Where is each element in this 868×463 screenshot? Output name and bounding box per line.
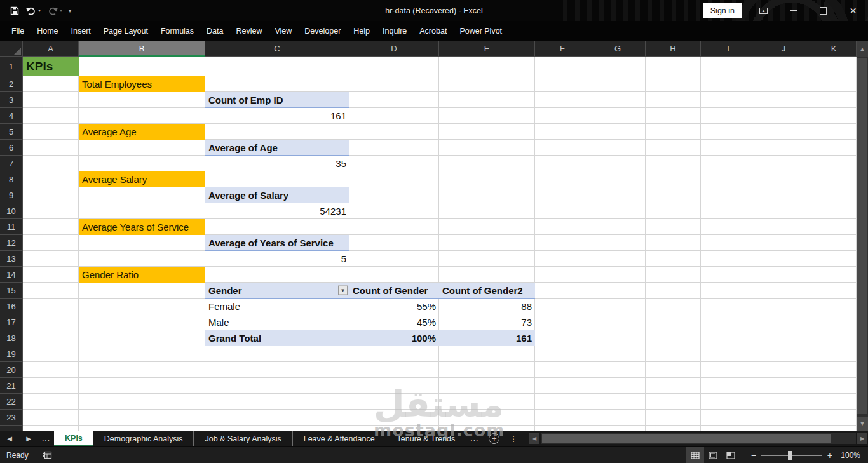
row-header-8[interactable]: 8 — [0, 171, 23, 187]
cell-E16[interactable]: 88 — [439, 299, 535, 314]
scroll-up-arrow-icon[interactable]: ▲ — [857, 41, 868, 57]
row-header-5[interactable]: 5 — [0, 124, 23, 140]
redo-dropdown-caret[interactable]: ▾ — [60, 8, 62, 13]
sheet-tab-leave-attendance[interactable]: Leave & Attendance — [293, 431, 386, 446]
ribbon-tab-power-pivot[interactable]: Power Pivot — [453, 21, 508, 41]
horizontal-scroll-thumb[interactable] — [542, 434, 831, 443]
column-header-C[interactable]: C — [205, 41, 349, 57]
cell-B14[interactable]: Gender Ratio — [79, 267, 205, 283]
cell-C4[interactable]: 161 — [205, 108, 349, 124]
row-header-16[interactable]: 16 — [0, 299, 23, 314]
row-header-2[interactable]: 2 — [0, 76, 23, 92]
sign-in-button[interactable]: Sign in — [703, 3, 742, 18]
column-header-I[interactable]: I — [701, 41, 756, 57]
undo-dropdown-caret[interactable]: ▾ — [38, 8, 41, 13]
column-header-G[interactable]: G — [590, 41, 646, 57]
ribbon-tab-view[interactable]: View — [268, 21, 298, 41]
cell-C18[interactable]: Grand Total — [205, 330, 349, 346]
row-header-19[interactable]: 19 — [0, 346, 23, 362]
row-header-10[interactable]: 10 — [0, 203, 23, 219]
zoom-slider-thumb[interactable] — [788, 451, 792, 460]
cell-B2[interactable]: Total Employees — [79, 76, 205, 92]
sheet-options-kebab-icon[interactable]: ⋮ — [505, 431, 522, 446]
cell-B8[interactable]: Average Salary — [79, 171, 205, 187]
horizontal-scrollbar[interactable]: ◀ ▶ — [529, 433, 867, 445]
row-header-14[interactable]: 14 — [0, 267, 23, 283]
ribbon-tab-review[interactable]: Review — [229, 21, 268, 41]
sheet-overflow-right[interactable]: ... — [466, 431, 482, 446]
column-header-B[interactable]: B — [79, 41, 205, 57]
row-header-18[interactable]: 18 — [0, 330, 23, 346]
restore-button[interactable] — [808, 0, 838, 21]
sheet-overflow-left[interactable]: ... — [38, 431, 54, 446]
row-header-4[interactable]: 4 — [0, 108, 23, 124]
save-button[interactable] — [10, 6, 19, 15]
cell-C10[interactable]: 54231 — [205, 203, 349, 219]
cell-D16[interactable]: 55% — [349, 299, 439, 314]
page-break-preview-button[interactable] — [722, 447, 740, 463]
scroll-left-arrow-icon[interactable]: ◀ — [529, 433, 539, 444]
cells-area[interactable]: KPIsTotal EmployeesCount of Emp ID161Ave… — [23, 57, 857, 431]
row-header-11[interactable]: 11 — [0, 219, 23, 235]
customize-qat-button[interactable]: ▾ — [69, 8, 71, 14]
minimize-button[interactable] — [778, 0, 808, 21]
cell-E18[interactable]: 161 — [439, 330, 535, 346]
row-header-15[interactable]: 15 — [0, 283, 23, 299]
row-header-12[interactable]: 12 — [0, 235, 23, 251]
column-header-K[interactable]: K — [811, 41, 857, 57]
horizontal-scroll-track[interactable] — [541, 433, 856, 444]
page-layout-view-button[interactable] — [704, 447, 722, 463]
cell-E17[interactable]: 73 — [439, 314, 535, 330]
cell-A1[interactable]: KPIs — [23, 57, 79, 76]
zoom-in-button[interactable]: + — [827, 450, 832, 460]
ribbon-tab-developer[interactable]: Developer — [298, 21, 347, 41]
ribbon-tab-acrobat[interactable]: Acrobat — [413, 21, 453, 41]
cell-C3[interactable]: Count of Emp ID — [205, 92, 349, 108]
cell-C12[interactable]: Average of Years of Service — [205, 235, 349, 251]
redo-button[interactable]: ▾ — [47, 6, 62, 15]
row-header-7[interactable]: 7 — [0, 156, 23, 171]
scroll-down-arrow-icon[interactable]: ▼ — [857, 417, 868, 431]
vertical-scroll-thumb[interactable] — [857, 58, 867, 414]
vertical-scrollbar[interactable]: ▲ ▼ — [857, 41, 868, 431]
zoom-slider-track[interactable] — [761, 455, 822, 456]
row-header-3[interactable]: 3 — [0, 92, 23, 108]
cell-C16[interactable]: Female — [205, 299, 349, 314]
close-button[interactable]: ✕ — [838, 0, 868, 21]
column-header-A[interactable]: A — [23, 41, 79, 57]
row-header-6[interactable]: 6 — [0, 140, 23, 156]
macro-record-icon[interactable] — [43, 451, 52, 459]
cell-D18[interactable]: 100% — [349, 330, 439, 346]
cell-E15[interactable]: Count of Gender2 — [439, 283, 535, 299]
cell-B5[interactable]: Average Age — [79, 124, 205, 140]
ribbon-tab-formulas[interactable]: Formulas — [154, 21, 200, 41]
ribbon-tab-insert[interactable]: Insert — [65, 21, 97, 41]
column-header-D[interactable]: D — [349, 41, 439, 57]
cell-C7[interactable]: 35 — [205, 156, 349, 171]
row-header-1[interactable]: 1 — [0, 57, 23, 76]
zoom-out-button[interactable]: − — [751, 450, 756, 460]
column-header-F[interactable]: F — [535, 41, 590, 57]
cell-C9[interactable]: Average of Salary — [205, 187, 349, 203]
ribbon-tab-page-layout[interactable]: Page Layout — [97, 21, 154, 41]
select-all-corner[interactable] — [0, 41, 23, 57]
ribbon-tab-home[interactable]: Home — [31, 21, 64, 41]
row-header-23[interactable]: 23 — [0, 410, 23, 426]
cell-D17[interactable]: 45% — [349, 314, 439, 330]
sheet-tab-kpis[interactable]: KPIs — [54, 431, 93, 446]
row-header-21[interactable]: 21 — [0, 378, 23, 394]
sheet-tab-tenure-trends[interactable]: Tenure & Trends — [386, 431, 467, 446]
row-header-13[interactable]: 13 — [0, 251, 23, 267]
ribbon-tab-data[interactable]: Data — [200, 21, 229, 41]
pivot-filter-dropdown-icon[interactable]: ▼ — [338, 286, 348, 295]
cell-C15[interactable]: Gender▼ — [205, 283, 349, 299]
column-header-H[interactable]: H — [646, 41, 701, 57]
row-header-9[interactable]: 9 — [0, 187, 23, 203]
cell-B11[interactable]: Average Years of Service — [79, 219, 205, 235]
row-header-24[interactable]: 24 — [0, 426, 23, 431]
scroll-right-arrow-icon[interactable]: ▶ — [857, 433, 867, 444]
ribbon-tab-inquire[interactable]: Inquire — [376, 21, 413, 41]
sheet-tab-demographic-analysis[interactable]: Demographic Analysis — [93, 431, 194, 446]
row-header-17[interactable]: 17 — [0, 314, 23, 330]
ribbon-tab-file[interactable]: File — [5, 21, 31, 41]
